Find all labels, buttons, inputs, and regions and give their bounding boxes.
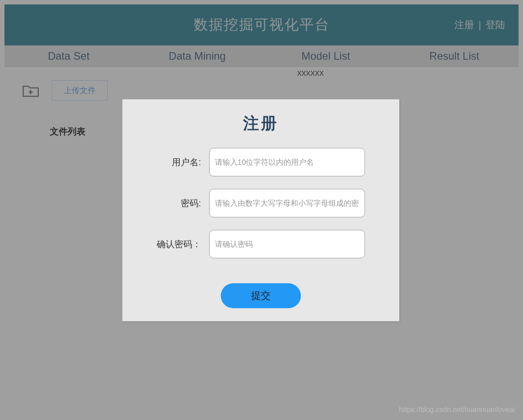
modal-title: 注册 xyxy=(149,113,373,135)
username-input[interactable] xyxy=(209,148,365,176)
username-label: 用户名: xyxy=(157,156,201,168)
form-row-password: 密码: xyxy=(149,189,373,217)
form-row-username: 用户名: xyxy=(149,148,373,176)
form-row-confirm: 确认密码： xyxy=(149,230,373,258)
watermark-text: https://blog.csdn.net/nuannuanloveai xyxy=(399,406,515,414)
register-modal: 注册 用户名: 密码: 确认密码： 提交 xyxy=(122,99,401,323)
confirm-password-label: 确认密码： xyxy=(157,238,201,250)
password-label: 密码: xyxy=(157,197,201,209)
submit-button[interactable]: 提交 xyxy=(221,283,301,308)
password-input[interactable] xyxy=(209,189,365,217)
confirm-password-input[interactable] xyxy=(209,230,365,258)
